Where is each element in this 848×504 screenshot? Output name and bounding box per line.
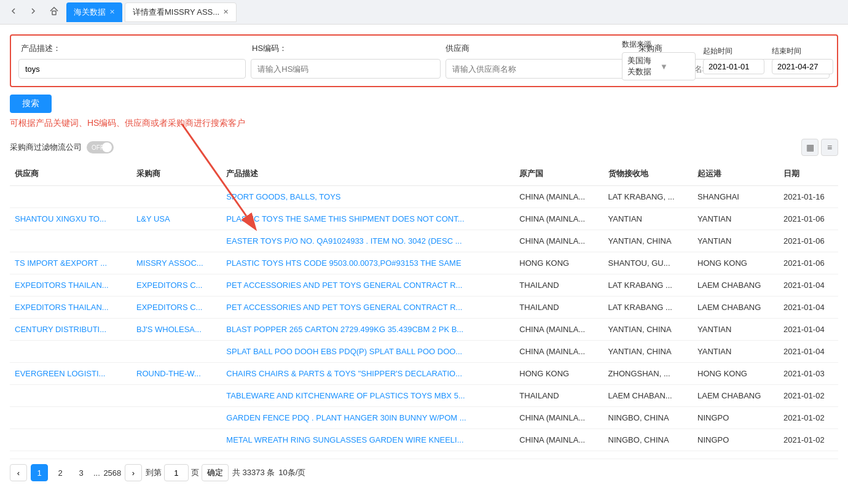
page-2-button[interactable]: 2 xyxy=(52,464,69,481)
table-row: CENTURY DISTRIBUTI...BJ'S WHOLESA...BLAS… xyxy=(10,319,838,341)
prev-page-button[interactable]: ‹ xyxy=(10,464,27,481)
table-row: EXPEDITORS THAILAN...EXPEDITORS C...PET … xyxy=(10,274,838,297)
next-page-button[interactable]: › xyxy=(125,464,142,481)
supplier-link[interactable]: EXPEDITORS THAILAN... xyxy=(15,281,109,290)
logistics-filter-toggle[interactable]: OFF xyxy=(87,141,114,153)
hs-label: HS编码： xyxy=(249,43,443,54)
tab-detail[interactable]: 详情查看MISSRY ASS... ✕ xyxy=(125,2,237,22)
product-link[interactable]: SPORT GOODS, BALLS, TOYS xyxy=(226,192,340,201)
source-value: 美国海关数据 xyxy=(627,55,658,77)
buyer-link[interactable]: EXPEDITORS C... xyxy=(136,281,202,290)
cell-port: LAEM CHABANG xyxy=(693,385,779,407)
page-ellipsis: ... xyxy=(93,468,100,478)
supplier-link[interactable]: TS IMPORT &EXPORT ... xyxy=(15,258,107,268)
back-button[interactable] xyxy=(5,4,22,20)
table-row: EVERGREEN LOGISTI...ROUND-THE-W...CHAIRS… xyxy=(10,363,838,385)
tab-customs-label: 海关数据 xyxy=(74,7,106,18)
goto-confirm-button[interactable]: 确定 xyxy=(202,464,229,481)
supplier-label: 供应商 xyxy=(443,43,637,54)
cell-buyer: MISSRY ASSOC... xyxy=(132,252,221,274)
cell-product: TABLEWARE AND KITCHENWARE OF PLASTICS TO… xyxy=(221,385,514,407)
product-link[interactable]: TABLEWARE AND KITCHENWARE OF PLASTICS TO… xyxy=(226,391,465,400)
cell-product: CHAIRS CHAIRS & PARTS & TOYS "SHIPPER'S … xyxy=(221,363,514,385)
table-row: GARDEN FENCE PDQ . PLANT HANGER 30IN BUN… xyxy=(10,407,838,429)
supplier-link[interactable]: CENTURY DISTRIBUTI... xyxy=(15,325,106,334)
cell-port: HONG KONG xyxy=(693,252,779,274)
cell-product: PLASTIC TOYS HTS CODE 9503.00.0073,PO#93… xyxy=(221,252,514,274)
cell-product: PET ACCESSORIES AND PET TOYS GENERAL CON… xyxy=(221,297,514,319)
cell-port: YANTIAN xyxy=(693,208,779,230)
start-date-input[interactable] xyxy=(703,59,764,74)
cell-supplier: TS IMPORT &EXPORT ... xyxy=(10,252,132,274)
cell-destination: YANTIAN, CHINA xyxy=(603,230,693,252)
tab-detail-label: 详情查看MISSRY ASS... xyxy=(133,7,219,18)
buyer-link[interactable]: EXPEDITORS C... xyxy=(136,303,202,312)
cell-product: PET ACCESSORIES AND PET TOYS GENERAL CON… xyxy=(221,274,514,297)
product-link[interactable]: CHAIRS CHAIRS & PARTS & TOYS "SHIPPER'S … xyxy=(226,369,462,378)
table-row: SPLAT BALL POO DOOH EBS PDQ(P) SPLAT BAL… xyxy=(10,341,838,363)
page-3-button[interactable]: 3 xyxy=(73,464,90,481)
tab-customs-data[interactable]: 海关数据 ✕ xyxy=(66,2,122,22)
cell-origin: THAILAND xyxy=(514,385,603,407)
product-link[interactable]: GARDEN FENCE PDQ . PLANT HANGER 30IN BUN… xyxy=(226,413,466,422)
cell-origin: HONG KONG xyxy=(514,252,603,274)
source-select[interactable]: 美国海关数据 ▼ xyxy=(622,52,696,80)
hs-input[interactable] xyxy=(251,59,441,79)
cell-date: 2021-01-04 xyxy=(779,297,838,319)
supplier-link[interactable]: EXPEDITORS THAILAN... xyxy=(15,303,109,312)
forward-button[interactable] xyxy=(25,4,42,20)
cell-supplier xyxy=(10,407,132,429)
supplier-link[interactable]: EVERGREEN LOGISTI... xyxy=(15,369,105,378)
goto-label: 到第 xyxy=(146,467,162,478)
grid-view-button[interactable]: ▦ xyxy=(801,139,819,156)
product-link[interactable]: BLAST POPPER 265 CARTON 2729.499KG 35.43… xyxy=(226,325,463,334)
col-destination: 货物接收地 xyxy=(603,162,693,186)
list-view-button[interactable]: ≡ xyxy=(821,139,838,156)
table-row: SPORT GOODS, BALLS, TOYSCHINA (MAINLA...… xyxy=(10,186,838,208)
page-last-button[interactable]: 2568 xyxy=(104,464,121,481)
product-link[interactable]: EASTER TOYS P/O NO. QA91024933 . ITEM NO… xyxy=(226,236,461,246)
cell-port: YANTIAN xyxy=(693,319,779,341)
page-unit: 页 xyxy=(191,467,199,478)
cell-buyer: L&Y USA xyxy=(132,208,221,230)
cell-destination: YANTIAN, CHINA xyxy=(603,341,693,363)
cell-port: LAEM CHABANG xyxy=(693,274,779,297)
cell-product: GARDEN FENCE PDQ . PLANT HANGER 30IN BUN… xyxy=(221,407,514,429)
search-button[interactable]: 搜索 xyxy=(10,95,52,113)
buyer-link[interactable]: BJ'S WHOLESA... xyxy=(136,325,202,334)
product-link[interactable]: PET ACCESSORIES AND PET TOYS GENERAL CON… xyxy=(226,303,462,312)
buyer-link[interactable]: MISSRY ASSOC... xyxy=(136,258,203,268)
tab-detail-close[interactable]: ✕ xyxy=(223,8,229,16)
product-link[interactable]: PLASTIC TOYS THE SAME THIS SHIPMENT DOES… xyxy=(226,214,464,223)
cell-port: LAEM CHABANG xyxy=(693,297,779,319)
table-row: TS IMPORT &EXPORT ...MISSRY ASSOC...PLAS… xyxy=(10,252,838,274)
product-link[interactable]: SPLAT BALL POO DOOH EBS PDQ(P) SPLAT BAL… xyxy=(226,347,462,356)
supplier-link[interactable]: SHANTOU XINGXU TO... xyxy=(15,214,106,223)
table-row: METAL WREATH RING SUNGLASSES GARDEN WIRE… xyxy=(10,429,838,451)
cell-origin: CHINA (MAINLA... xyxy=(514,319,603,341)
page-1-button[interactable]: 1 xyxy=(31,464,48,481)
cell-buyer xyxy=(132,429,221,451)
supplier-input[interactable] xyxy=(446,59,635,79)
end-date-input[interactable] xyxy=(772,59,833,74)
table-row: EXPEDITORS THAILAN...EXPEDITORS C...PET … xyxy=(10,297,838,319)
home-button[interactable] xyxy=(44,4,64,21)
grid-icon: ▦ xyxy=(806,142,814,152)
product-link[interactable]: METAL WREATH RING SUNGLASSES GARDEN WIRE… xyxy=(226,435,463,444)
cell-buyer xyxy=(132,186,221,208)
product-link[interactable]: PET ACCESSORIES AND PET TOYS GENERAL CON… xyxy=(226,281,462,290)
main-content: 产品描述： HS编码： 供应商 采购商 xyxy=(0,25,848,504)
buyer-link[interactable]: L&Y USA xyxy=(136,214,170,223)
cell-destination: ZHONGSHAN, ... xyxy=(603,363,693,385)
cell-buyer: ROUND-THE-W... xyxy=(132,363,221,385)
cell-supplier xyxy=(10,186,132,208)
product-link[interactable]: PLASTIC TOYS HTS CODE 9503.00.0073,PO#93… xyxy=(226,258,461,268)
goto-input[interactable] xyxy=(164,464,189,481)
buyer-link[interactable]: ROUND-THE-W... xyxy=(136,369,201,378)
tab-customs-close[interactable]: ✕ xyxy=(109,8,115,16)
cell-supplier: EXPEDITORS THAILAN... xyxy=(10,297,132,319)
col-buyer: 采购商 xyxy=(132,162,221,186)
product-input[interactable] xyxy=(18,59,246,79)
filter-right: ▦ ≡ xyxy=(801,139,838,156)
cell-origin: HONG KONG xyxy=(514,363,603,385)
